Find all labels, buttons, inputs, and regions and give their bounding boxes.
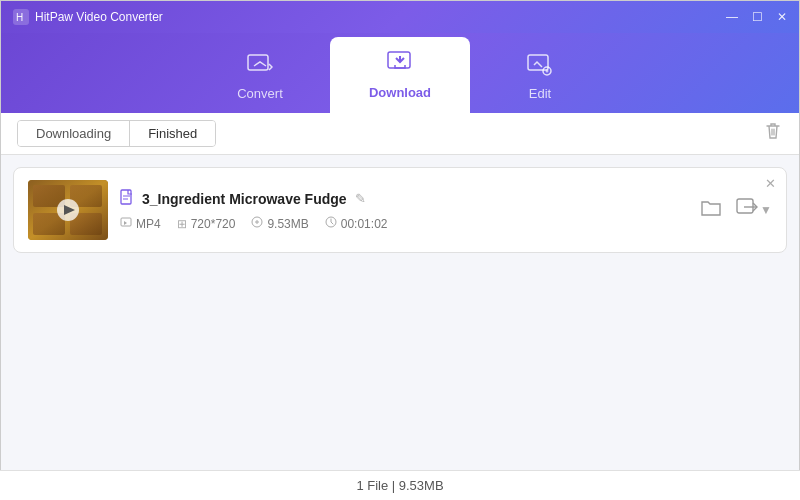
close-button[interactable]: ✕ xyxy=(777,10,787,24)
open-folder-button[interactable] xyxy=(696,194,726,227)
download-label: Download xyxy=(369,85,431,100)
subtab-finished[interactable]: Finished xyxy=(130,121,215,146)
tab-download[interactable]: Download xyxy=(330,37,470,113)
duration-info: 00:01:02 xyxy=(325,216,388,231)
share-button[interactable] xyxy=(736,198,758,223)
sub-tab-bar: Downloading Finished xyxy=(1,113,799,155)
maximize-button[interactable]: ☐ xyxy=(752,10,763,24)
tab-edit[interactable]: Edit xyxy=(470,41,610,113)
resolution-info: ⊞ 720*720 xyxy=(177,217,236,231)
resolution-icon: ⊞ xyxy=(177,217,187,231)
video-card: 3_Ingredient Microwave Fudge ✎ MP4 ⊞ 720… xyxy=(13,167,787,253)
svg-rect-17 xyxy=(737,199,753,213)
remove-item-button[interactable]: ✕ xyxy=(765,176,776,191)
video-title: 3_Ingredient Microwave Fudge xyxy=(142,191,347,207)
main-content: 3_Ingredient Microwave Fudge ✎ MP4 ⊞ 720… xyxy=(1,155,799,471)
subtab-downloading[interactable]: Downloading xyxy=(18,121,130,146)
status-text: 1 File | 9.53MB xyxy=(356,478,443,493)
edit-nav-icon xyxy=(527,54,553,82)
file-icon xyxy=(120,189,134,208)
rename-button[interactable]: ✎ xyxy=(355,191,366,206)
app-title: HitPaw Video Converter xyxy=(35,10,163,24)
share-button-group: ▼ xyxy=(736,198,772,223)
clear-all-button[interactable] xyxy=(763,121,783,146)
format-value: MP4 xyxy=(136,217,161,231)
svg-text:H: H xyxy=(16,12,23,23)
app-logo: H xyxy=(13,9,29,25)
share-dropdown-button[interactable]: ▼ xyxy=(760,203,772,217)
resolution-value: 720*720 xyxy=(191,217,236,231)
filesize-value: 9.53MB xyxy=(267,217,308,231)
filesize-info: 9.53MB xyxy=(251,216,308,231)
window-controls: — ☐ ✕ xyxy=(726,10,787,24)
video-thumbnail[interactable] xyxy=(28,180,108,240)
thumbnail-image xyxy=(28,180,108,240)
convert-icon xyxy=(247,54,273,82)
svg-rect-13 xyxy=(121,190,131,204)
format-icon xyxy=(120,216,132,231)
video-meta: MP4 ⊞ 720*720 9.53MB xyxy=(120,216,684,231)
nav-bar: Convert Download Edit xyxy=(1,33,799,113)
clock-icon xyxy=(325,216,337,231)
convert-label: Convert xyxy=(237,86,283,101)
download-icon xyxy=(386,51,414,81)
status-bar: 1 File | 9.53MB xyxy=(0,470,800,500)
sub-tabs: Downloading Finished xyxy=(17,120,216,147)
video-title-row: 3_Ingredient Microwave Fudge ✎ xyxy=(120,189,684,208)
card-actions: ▼ xyxy=(696,194,772,227)
tab-convert[interactable]: Convert xyxy=(190,41,330,113)
title-bar: H HitPaw Video Converter — ☐ ✕ xyxy=(1,1,799,33)
duration-value: 00:01:02 xyxy=(341,217,388,231)
title-bar-left: H HitPaw Video Converter xyxy=(13,9,163,25)
svg-rect-14 xyxy=(121,218,131,226)
minimize-button[interactable]: — xyxy=(726,10,738,24)
edit-label: Edit xyxy=(529,86,551,101)
video-info: 3_Ingredient Microwave Fudge ✎ MP4 ⊞ 720… xyxy=(120,189,684,231)
filesize-icon xyxy=(251,216,263,231)
format-info: MP4 xyxy=(120,216,161,231)
